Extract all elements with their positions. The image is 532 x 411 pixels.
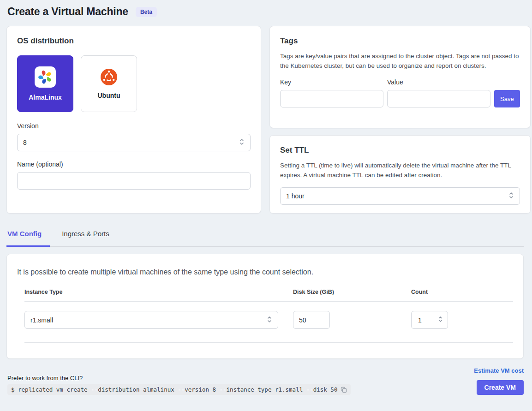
cli-command-box: $ replicated vm create --distribution al… — [7, 384, 351, 395]
set-ttl-card: Set TTL Setting a TTL (time to live) wil… — [269, 135, 531, 214]
vm-name-label: Name (optional) — [17, 161, 251, 168]
vm-config-intro: It is possible to create multiple virtua… — [17, 268, 513, 276]
page-header: Create a Virtual Machine Beta — [6, 6, 524, 18]
footer-actions: Estimate VM cost Create VM — [474, 367, 524, 395]
version-select[interactable]: 8 — [17, 134, 251, 151]
beta-badge: Beta — [136, 7, 157, 17]
cli-command-text: $ replicated vm create --distribution al… — [11, 386, 337, 393]
ttl-select-value: 1 hour — [286, 192, 305, 200]
tags-card-title: Tags — [280, 36, 520, 46]
os-tile-label: Ubuntu — [98, 92, 120, 99]
chevron-up-down-icon — [239, 138, 245, 147]
ttl-card-description: Setting a TTL (time to live) will automa… — [280, 161, 520, 180]
count-stepper[interactable]: 1 — [411, 311, 448, 329]
right-column: Tags Tags are key/value pairs that are a… — [269, 26, 531, 214]
ubuntu-icon — [100, 68, 118, 86]
disk-size-input[interactable] — [293, 311, 330, 329]
column-header-instance-type: Instance Type — [24, 289, 293, 295]
column-header-disk-size: Disk Size (GiB) — [293, 289, 411, 295]
instance-table: Instance Type Disk Size (GiB) Count r1.s… — [17, 289, 513, 343]
create-vm-button[interactable]: Create VM — [477, 380, 524, 395]
cards-row: OS distribution — [6, 26, 524, 214]
os-tile-label: AlmaLinux — [29, 94, 62, 101]
tag-key-input[interactable] — [280, 90, 383, 107]
cli-prompt-text: Prefer to work from the CLI? — [7, 375, 351, 381]
chevron-up-down-icon — [267, 316, 272, 325]
page-footer: Prefer to work from the CLI? $ replicate… — [6, 367, 524, 395]
table-row: r1.small 1 — [24, 302, 513, 343]
instance-type-select[interactable]: r1.small — [24, 311, 278, 329]
os-tile-list: AlmaLinux — [17, 55, 251, 112]
tags-card-description: Tags are key/value pairs that are assign… — [280, 52, 520, 71]
tab-ingress-ports[interactable]: Ingress & Ports — [61, 226, 118, 247]
instance-type-value: r1.small — [30, 316, 53, 324]
copy-icon[interactable] — [341, 387, 347, 393]
ttl-select[interactable]: 1 hour — [280, 187, 520, 205]
chevron-up-down-icon — [508, 191, 514, 201]
os-card-title: OS distribution — [17, 36, 251, 46]
os-tile-almalinux[interactable]: AlmaLinux — [17, 55, 73, 112]
ttl-card-title: Set TTL — [280, 146, 520, 155]
tab-bar: VM Config Ingress & Ports — [6, 226, 524, 247]
chevron-up-down-icon — [438, 316, 443, 324]
tag-key-label: Key — [280, 78, 383, 86]
version-select-value: 8 — [23, 139, 27, 146]
almalinux-icon — [35, 66, 56, 88]
column-header-count: Count — [411, 289, 513, 295]
os-distribution-card: OS distribution — [6, 26, 261, 214]
page: Create a Virtual Machine Beta OS distrib… — [0, 0, 532, 395]
cli-block: Prefer to work from the CLI? $ replicate… — [6, 375, 351, 395]
instance-table-header: Instance Type Disk Size (GiB) Count — [24, 289, 513, 302]
tag-value-input[interactable] — [387, 90, 490, 107]
os-tile-ubuntu[interactable]: Ubuntu — [81, 55, 137, 112]
vm-config-card: It is possible to create multiple virtua… — [6, 254, 524, 359]
tag-form-row: Key Value Save — [280, 78, 520, 107]
page-title: Create a Virtual Machine — [7, 6, 128, 18]
save-tag-button[interactable]: Save — [494, 90, 520, 107]
tab-vm-config[interactable]: VM Config — [6, 226, 50, 247]
count-value: 1 — [418, 316, 422, 324]
estimate-vm-cost-link[interactable]: Estimate VM cost — [474, 367, 524, 374]
version-label: Version — [17, 122, 251, 130]
tag-value-label: Value — [387, 78, 490, 86]
vm-name-input[interactable] — [17, 172, 251, 190]
tags-card: Tags Tags are key/value pairs that are a… — [269, 26, 531, 128]
